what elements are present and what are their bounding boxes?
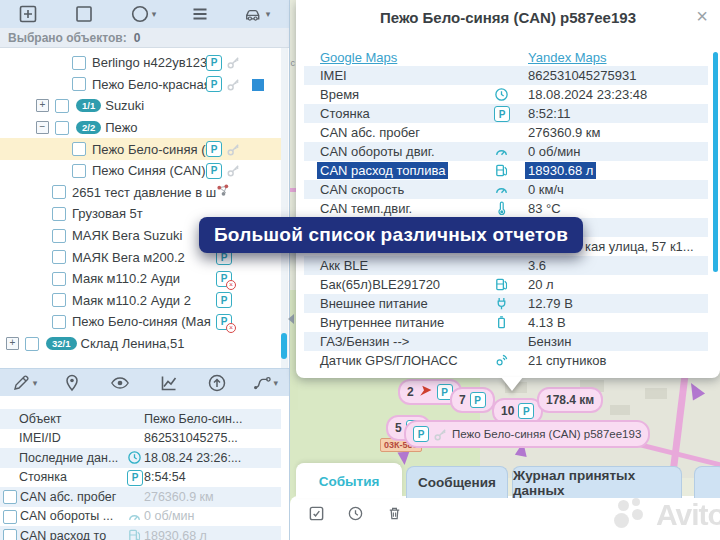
info-row-checkbox[interactable] — [3, 510, 17, 524]
popup-row-12[interactable]: Внешнее питание12.79 В — [304, 294, 708, 313]
popup-row-5[interactable]: CAN расход топлива18930.68 л — [304, 161, 708, 180]
toolbar-list-view-button[interactable] — [174, 0, 226, 28]
tree-item-checkbox[interactable] — [55, 99, 69, 113]
tree-item-label: Пежо — [105, 120, 137, 135]
tree-item-checkbox[interactable] — [52, 293, 66, 307]
tree-item-3[interactable]: −2/2Пежо — [0, 117, 281, 139]
tree-item-12[interactable]: Пежо Бело-синяя (МаяP× — [0, 311, 281, 333]
popup-row-2[interactable]: СтоянкаP8:52:11 — [304, 104, 708, 123]
tree-item-checkbox[interactable] — [52, 185, 66, 199]
group-count-badge: 32/1 — [46, 337, 77, 350]
tree-item-11[interactable]: Маяк м110.2 Ауди 2P — [0, 290, 281, 312]
toolbar-add-object-button[interactable] — [0, 0, 56, 28]
tab-События[interactable]: События — [296, 463, 402, 498]
select-all-button[interactable] — [308, 505, 325, 526]
gauge-icon — [494, 144, 509, 159]
popup-row-14[interactable]: ГАЗ/Бензин -->Бензин — [304, 332, 708, 351]
action-route-button[interactable]: ▾ — [242, 369, 288, 397]
tree-item-4[interactable]: Пежо Бело-синяя (СP — [0, 138, 281, 160]
satellite-icon — [494, 353, 509, 368]
info-row-4[interactable]: CAN абс. пробег276360.9 км — [0, 487, 281, 507]
tree-item-checkbox[interactable] — [72, 56, 86, 70]
popup-row-value: 8:52:11 — [528, 106, 570, 121]
tree-item-checkbox[interactable] — [52, 250, 66, 264]
plug-icon — [494, 296, 509, 311]
parking-icon: P — [127, 470, 143, 486]
promo-banner: Большой список различных отчетов — [199, 217, 583, 253]
google-maps-link[interactable]: Google Maps — [320, 50, 397, 65]
info-row-label: CAN абс. пробег — [20, 490, 116, 504]
popup-row-0[interactable]: IMEI862531045275931 — [304, 66, 708, 85]
tree-item-6[interactable]: 2651 тест давление в ш — [0, 182, 281, 204]
info-row-5[interactable]: CAN обороты ...0 об/мин — [0, 507, 281, 527]
info-row-0[interactable]: ОбъектПежо Бело-син... — [0, 409, 281, 429]
tree-item-5[interactable]: Пежо Синяя (CAN) сP — [0, 160, 281, 182]
popup-row-label: Стоянка — [320, 106, 370, 121]
tab-partial[interactable] — [694, 466, 720, 498]
close-icon[interactable]: × — [696, 6, 708, 26]
toolbar-select-area-circle-button[interactable]: ▾ — [112, 0, 174, 28]
popup-row-3[interactable]: CAN абс. пробег276360.9 км — [304, 123, 708, 142]
object-details-popup: Пежо Бело-синяя (CAN) p587ee193 × Google… — [296, 0, 720, 378]
tree-item-13[interactable]: +32/1Склад Ленина,51 — [0, 333, 281, 355]
action-edit-button[interactable]: ▾ — [1, 369, 47, 397]
popup-row-11[interactable]: Бак(65л)BLE29172020 л — [304, 275, 708, 294]
action-location-pin-button[interactable] — [49, 369, 95, 397]
tree-item-checkbox[interactable] — [55, 121, 69, 135]
map-marker-3[interactable]: 178.4 км — [537, 387, 603, 413]
time-filter-button[interactable] — [347, 505, 364, 526]
tree-item-checkbox[interactable] — [25, 337, 39, 351]
object-info-table: ОбъектПежо Бело-син...IMEI/ID86253104527… — [0, 396, 289, 540]
yandex-maps-link[interactable]: Yandex Maps — [528, 50, 607, 65]
info-row-checkbox[interactable] — [3, 529, 17, 540]
tree-item-checkbox[interactable] — [52, 272, 66, 286]
popup-row-13[interactable]: Внутреннее питание4.13 В — [304, 313, 708, 332]
collapse-icon[interactable]: − — [36, 121, 49, 134]
info-row-1[interactable]: IMEI/ID862531045275... — [0, 429, 281, 449]
tree-scrollbar[interactable] — [281, 48, 288, 368]
popup-row-10[interactable]: Акк BLE3.6 — [304, 256, 708, 275]
map-marker-1[interactable]: 7P — [450, 387, 495, 413]
tree-item-checkbox[interactable] — [52, 207, 66, 221]
toolbar-vehicle-filter-button[interactable]: ▾ — [226, 0, 288, 28]
expand-icon[interactable]: + — [36, 99, 49, 112]
tree-item-1[interactable]: Пежо Бело-краснаяP — [0, 74, 281, 96]
action-send-command-button[interactable] — [194, 369, 240, 397]
action-chart-button[interactable] — [146, 369, 192, 397]
popup-row-4[interactable]: CAN обороты двиг.0 об/мин — [304, 142, 708, 161]
tree-item-checkbox[interactable] — [72, 77, 86, 91]
popup-row-1[interactable]: Время18.08.2024 23:23:48 — [304, 85, 708, 104]
tree-item-checkbox[interactable] — [72, 164, 86, 178]
tree-item-0[interactable]: Berlingo н422ув123P — [0, 52, 281, 74]
info-row-2[interactable]: Последние дан...18.08.24 23:26:... — [0, 448, 281, 468]
fuel-icon — [494, 163, 509, 178]
action-visibility-eye-button[interactable] — [97, 369, 143, 397]
info-row-3[interactable]: СтоянкаP8:54:54 — [0, 468, 281, 488]
info-row-6[interactable]: CAN расход то18930.68 л — [0, 526, 281, 540]
popup-scrollbar-thumb[interactable] — [713, 52, 718, 272]
tree-item-10[interactable]: Маяк м110.2 АудиP× — [0, 268, 281, 290]
info-row-value: 18.08.24 23:26:... — [144, 451, 241, 465]
tab-Сообщения[interactable]: Сообщения — [406, 466, 508, 498]
toolbar-select-area-square-button[interactable] — [56, 0, 112, 28]
tree-scrollbar-thumb[interactable] — [281, 333, 287, 359]
tree-item-icons — [216, 183, 231, 201]
tree-item-checkbox[interactable] — [52, 229, 66, 243]
tree-item-checkbox[interactable] — [52, 315, 66, 329]
popup-row-6[interactable]: CAN скорость0 км/ч — [304, 180, 708, 199]
delete-button[interactable] — [386, 505, 403, 526]
tree-item-checkbox[interactable] — [72, 142, 86, 156]
popup-row-value: 18930.68 л — [528, 163, 593, 178]
collapse-panel-arrow[interactable] — [288, 314, 294, 324]
tab-Журнал принятых данных[interactable]: Журнал принятых данных — [512, 466, 682, 498]
expand-icon[interactable]: + — [6, 337, 19, 350]
chevron-down-icon: ▾ — [274, 378, 279, 388]
parking-x-icon: P× — [216, 314, 232, 330]
info-row-value: Пежо Бело-син... — [144, 412, 242, 426]
add-object-icon — [18, 4, 38, 24]
popup-row-15[interactable]: Датчик GPS/ГЛОНАСС21 спутников — [304, 351, 708, 370]
map-marker-5[interactable]: PПежо Бело-синяя (CAN) p587ee193 — [404, 420, 650, 448]
tree-item-2[interactable]: +1/1Suzuki — [0, 95, 281, 117]
info-row-checkbox[interactable] — [3, 490, 17, 504]
popup-row-7[interactable]: CAN темп.двиг.83 °C — [304, 199, 708, 218]
